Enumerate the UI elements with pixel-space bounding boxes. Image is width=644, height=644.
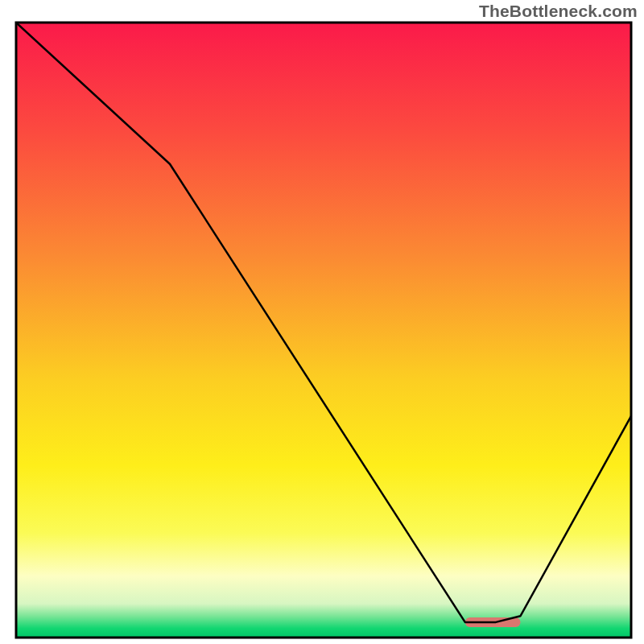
- gradient-background: [16, 23, 631, 638]
- bottleneck-chart: [0, 0, 644, 644]
